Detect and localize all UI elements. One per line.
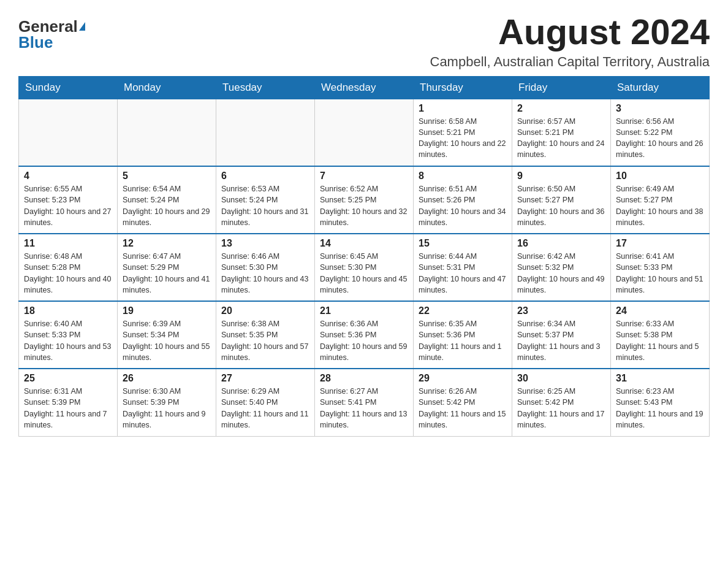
day-info: Sunrise: 6:30 AM Sunset: 5:39 PM Dayligh… — [123, 386, 211, 431]
day-number: 14 — [320, 238, 408, 249]
day-number: 17 — [616, 238, 704, 249]
weekday-header-sunday: Sunday — [19, 76, 118, 99]
day-info: Sunrise: 6:48 AM Sunset: 5:28 PM Dayligh… — [24, 251, 112, 296]
day-info: Sunrise: 6:34 AM Sunset: 5:37 PM Dayligh… — [517, 318, 605, 363]
day-number: 26 — [123, 373, 211, 384]
logo-triangle-icon — [79, 22, 85, 31]
calendar-cell: 29Sunrise: 6:26 AM Sunset: 5:42 PM Dayli… — [414, 369, 512, 436]
calendar-week-row-1: 1Sunrise: 6:58 AM Sunset: 5:21 PM Daylig… — [19, 99, 710, 166]
calendar-cell: 7Sunrise: 6:52 AM Sunset: 5:25 PM Daylig… — [315, 166, 414, 234]
day-info: Sunrise: 6:23 AM Sunset: 5:43 PM Dayligh… — [616, 386, 704, 431]
day-info: Sunrise: 6:38 AM Sunset: 5:35 PM Dayligh… — [221, 318, 309, 363]
calendar-cell: 5Sunrise: 6:54 AM Sunset: 5:24 PM Daylig… — [118, 166, 216, 234]
calendar-cell: 21Sunrise: 6:36 AM Sunset: 5:36 PM Dayli… — [315, 301, 414, 369]
day-info: Sunrise: 6:35 AM Sunset: 5:36 PM Dayligh… — [419, 318, 507, 363]
day-info: Sunrise: 6:57 AM Sunset: 5:21 PM Dayligh… — [517, 116, 605, 161]
day-info: Sunrise: 6:39 AM Sunset: 5:34 PM Dayligh… — [123, 318, 211, 363]
page-header: General Blue August 2024 Campbell, Austr… — [18, 12, 710, 70]
calendar-cell: 1Sunrise: 6:58 AM Sunset: 5:21 PM Daylig… — [414, 99, 512, 166]
calendar-cell: 3Sunrise: 6:56 AM Sunset: 5:22 PM Daylig… — [611, 99, 710, 166]
day-number: 27 — [221, 373, 309, 384]
weekday-header-friday: Friday — [512, 76, 611, 99]
day-info: Sunrise: 6:44 AM Sunset: 5:31 PM Dayligh… — [419, 251, 507, 296]
calendar-cell: 15Sunrise: 6:44 AM Sunset: 5:31 PM Dayli… — [414, 234, 512, 301]
day-number: 18 — [24, 305, 112, 316]
day-info: Sunrise: 6:52 AM Sunset: 5:25 PM Dayligh… — [320, 183, 408, 228]
calendar-cell: 31Sunrise: 6:23 AM Sunset: 5:43 PM Dayli… — [611, 369, 710, 436]
title-area: August 2024 Campbell, Australian Capital… — [430, 12, 710, 70]
calendar-cell: 12Sunrise: 6:47 AM Sunset: 5:29 PM Dayli… — [118, 234, 216, 301]
calendar-cell: 23Sunrise: 6:34 AM Sunset: 5:37 PM Dayli… — [512, 301, 611, 369]
day-info: Sunrise: 6:50 AM Sunset: 5:27 PM Dayligh… — [517, 183, 605, 228]
day-info: Sunrise: 6:49 AM Sunset: 5:27 PM Dayligh… — [616, 183, 704, 228]
calendar-cell: 26Sunrise: 6:30 AM Sunset: 5:39 PM Dayli… — [118, 369, 216, 436]
calendar-cell: 20Sunrise: 6:38 AM Sunset: 5:35 PM Dayli… — [216, 301, 315, 369]
calendar-cell: 4Sunrise: 6:55 AM Sunset: 5:23 PM Daylig… — [19, 166, 118, 234]
day-info: Sunrise: 6:29 AM Sunset: 5:40 PM Dayligh… — [221, 386, 309, 431]
calendar-cell: 28Sunrise: 6:27 AM Sunset: 5:41 PM Dayli… — [315, 369, 414, 436]
calendar-cell — [216, 99, 315, 166]
calendar-cell: 6Sunrise: 6:53 AM Sunset: 5:24 PM Daylig… — [216, 166, 315, 234]
day-number: 6 — [221, 170, 309, 182]
calendar-cell: 9Sunrise: 6:50 AM Sunset: 5:27 PM Daylig… — [512, 166, 611, 234]
day-number: 31 — [616, 373, 704, 384]
calendar-cell: 30Sunrise: 6:25 AM Sunset: 5:42 PM Dayli… — [512, 369, 611, 436]
calendar-cell — [118, 99, 216, 166]
calendar-cell: 13Sunrise: 6:46 AM Sunset: 5:30 PM Dayli… — [216, 234, 315, 301]
day-number: 15 — [419, 238, 507, 249]
day-info: Sunrise: 6:55 AM Sunset: 5:23 PM Dayligh… — [24, 183, 112, 228]
day-info: Sunrise: 6:27 AM Sunset: 5:41 PM Dayligh… — [320, 386, 408, 431]
day-info: Sunrise: 6:45 AM Sunset: 5:30 PM Dayligh… — [320, 251, 408, 296]
calendar-cell — [19, 99, 118, 166]
weekday-header-wednesday: Wednesday — [315, 76, 414, 99]
day-number: 29 — [419, 373, 507, 384]
day-number: 10 — [616, 170, 704, 182]
day-number: 19 — [123, 305, 211, 316]
calendar-cell: 11Sunrise: 6:48 AM Sunset: 5:28 PM Dayli… — [19, 234, 118, 301]
calendar-cell — [315, 99, 414, 166]
calendar-cell: 22Sunrise: 6:35 AM Sunset: 5:36 PM Dayli… — [414, 301, 512, 369]
calendar-cell: 24Sunrise: 6:33 AM Sunset: 5:38 PM Dayli… — [611, 301, 710, 369]
day-info: Sunrise: 6:40 AM Sunset: 5:33 PM Dayligh… — [24, 318, 112, 363]
weekday-header-monday: Monday — [118, 76, 216, 99]
calendar-cell: 8Sunrise: 6:51 AM Sunset: 5:26 PM Daylig… — [414, 166, 512, 234]
day-info: Sunrise: 6:31 AM Sunset: 5:39 PM Dayligh… — [24, 386, 112, 431]
day-info: Sunrise: 6:53 AM Sunset: 5:24 PM Dayligh… — [221, 183, 309, 228]
location-subtitle: Campbell, Australian Capital Territory, … — [430, 54, 710, 70]
calendar-cell: 25Sunrise: 6:31 AM Sunset: 5:39 PM Dayli… — [19, 369, 118, 436]
calendar-cell: 2Sunrise: 6:57 AM Sunset: 5:21 PM Daylig… — [512, 99, 611, 166]
day-number: 23 — [517, 305, 605, 316]
day-number: 30 — [517, 373, 605, 384]
weekday-header-tuesday: Tuesday — [216, 76, 315, 99]
calendar-cell: 19Sunrise: 6:39 AM Sunset: 5:34 PM Dayli… — [118, 301, 216, 369]
day-number: 1 — [419, 103, 507, 114]
day-info: Sunrise: 6:36 AM Sunset: 5:36 PM Dayligh… — [320, 318, 408, 363]
day-info: Sunrise: 6:58 AM Sunset: 5:21 PM Dayligh… — [419, 116, 507, 161]
calendar-week-row-4: 18Sunrise: 6:40 AM Sunset: 5:33 PM Dayli… — [19, 301, 710, 369]
day-number: 2 — [517, 103, 605, 114]
day-info: Sunrise: 6:26 AM Sunset: 5:42 PM Dayligh… — [419, 386, 507, 431]
day-number: 22 — [419, 305, 507, 316]
calendar-table: SundayMondayTuesdayWednesdayThursdayFrid… — [18, 76, 710, 437]
calendar-cell: 16Sunrise: 6:42 AM Sunset: 5:32 PM Dayli… — [512, 234, 611, 301]
calendar-week-row-3: 11Sunrise: 6:48 AM Sunset: 5:28 PM Dayli… — [19, 234, 710, 301]
calendar-cell: 18Sunrise: 6:40 AM Sunset: 5:33 PM Dayli… — [19, 301, 118, 369]
day-info: Sunrise: 6:56 AM Sunset: 5:22 PM Dayligh… — [616, 116, 704, 161]
weekday-header-thursday: Thursday — [414, 76, 512, 99]
month-year-title: August 2024 — [430, 12, 710, 52]
day-info: Sunrise: 6:41 AM Sunset: 5:33 PM Dayligh… — [616, 251, 704, 296]
calendar-cell: 10Sunrise: 6:49 AM Sunset: 5:27 PM Dayli… — [611, 166, 710, 234]
day-info: Sunrise: 6:54 AM Sunset: 5:24 PM Dayligh… — [123, 183, 211, 228]
calendar-week-row-2: 4Sunrise: 6:55 AM Sunset: 5:23 PM Daylig… — [19, 166, 710, 234]
day-info: Sunrise: 6:25 AM Sunset: 5:42 PM Dayligh… — [517, 386, 605, 431]
weekday-header-row: SundayMondayTuesdayWednesdayThursdayFrid… — [19, 76, 710, 99]
logo-blue-text: Blue — [18, 34, 53, 50]
day-number: 8 — [419, 170, 507, 182]
day-info: Sunrise: 6:51 AM Sunset: 5:26 PM Dayligh… — [419, 183, 507, 228]
day-info: Sunrise: 6:42 AM Sunset: 5:32 PM Dayligh… — [517, 251, 605, 296]
calendar-week-row-5: 25Sunrise: 6:31 AM Sunset: 5:39 PM Dayli… — [19, 369, 710, 436]
day-info: Sunrise: 6:33 AM Sunset: 5:38 PM Dayligh… — [616, 318, 704, 363]
calendar-cell: 17Sunrise: 6:41 AM Sunset: 5:33 PM Dayli… — [611, 234, 710, 301]
weekday-header-saturday: Saturday — [611, 76, 710, 99]
day-number: 4 — [24, 170, 112, 182]
